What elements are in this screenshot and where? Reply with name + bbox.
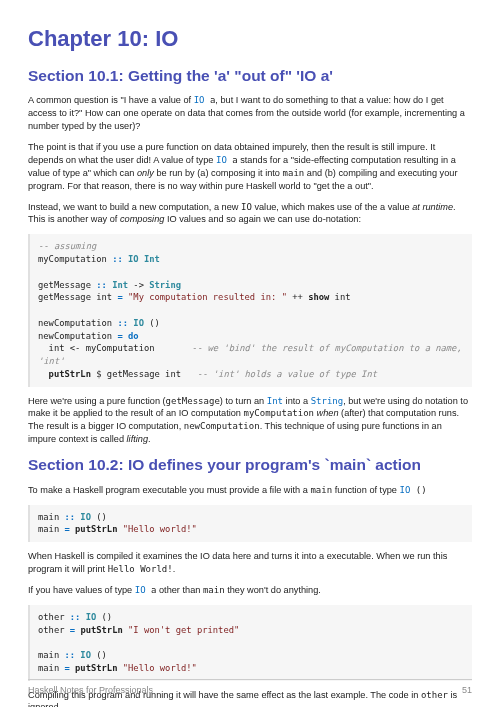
footer-page-number: 51 bbox=[462, 684, 472, 697]
section-2-p3: If you have values of type IO a other th… bbox=[28, 584, 472, 597]
section-2-p2: When Haskell is compiled it examines the… bbox=[28, 550, 472, 576]
section-1-p4: Here we're using a pure function (getMes… bbox=[28, 395, 472, 447]
section-1-p2: The point is that if you use a pure func… bbox=[28, 141, 472, 193]
page-footer: Haskell Notes for Professionals 51 bbox=[28, 679, 472, 697]
section-1-p3: Instead, we want to build a new computat… bbox=[28, 201, 472, 227]
code-block-2: main :: IO () main = putStrLn "Hello wor… bbox=[28, 505, 472, 543]
code-block-1: -- assuming myComputation :: IO Int getM… bbox=[28, 234, 472, 386]
section-2-p1: To make a Haskell program executable you… bbox=[28, 484, 472, 497]
code-block-3: other :: IO () other = putStrLn "I won't… bbox=[28, 605, 472, 681]
chapter-title: Chapter 10: IO bbox=[28, 24, 472, 55]
section-1-title: Section 10.1: Getting the 'a' "out of" '… bbox=[28, 65, 472, 87]
section-2-title: Section 10.2: IO defines your program's … bbox=[28, 454, 472, 476]
section-1-p1: A common question is "I have a value of … bbox=[28, 94, 472, 133]
footer-left: Haskell Notes for Professionals bbox=[28, 684, 153, 697]
